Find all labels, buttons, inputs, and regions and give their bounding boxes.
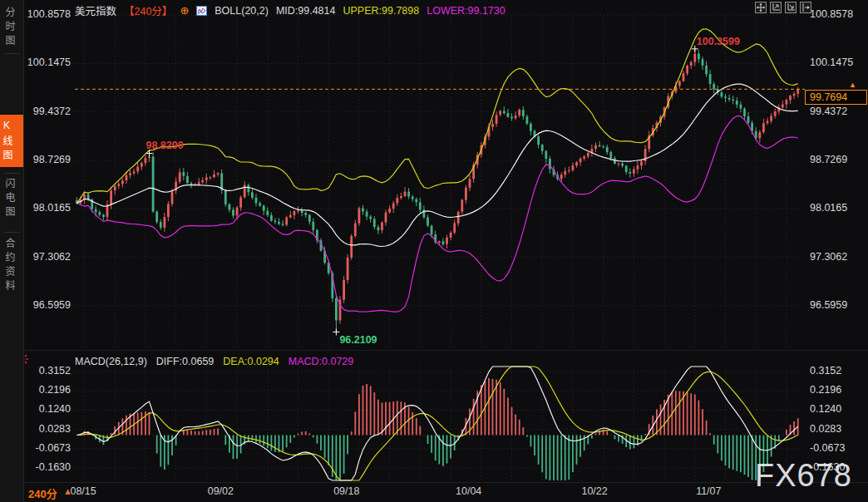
axis-zoom-in-button[interactable]: [770, 2, 782, 13]
period-selector[interactable]: 240分: [28, 485, 57, 501]
circle-plus-icon[interactable]: ⊕: [180, 5, 189, 16]
boll-mid-line: [76, 84, 797, 246]
sidebar-divider: [3, 173, 20, 174]
panel-divider: [23, 350, 868, 351]
trading-app-window: 100.8578100.8578100.1475100.147599.43729…: [0, 0, 868, 502]
period-label: 【240分】: [124, 2, 172, 18]
sidebar-divider: [3, 53, 20, 54]
boll-mid-value: MID:99.4814: [276, 5, 336, 17]
symbol-title: 美元指数: [75, 2, 116, 18]
crosshair-tool-button[interactable]: [755, 2, 767, 13]
kline-mini-icon: [196, 6, 207, 16]
boll-label: BOLL(20,2): [215, 5, 269, 17]
macd-diff-value: DIFF:0.0659: [156, 356, 214, 367]
price-marker-icon: ▲: [849, 81, 856, 89]
chart-header: 美元指数 【240分】 ⊕ BOLL(20,2) MID:99.4814 UPP…: [75, 2, 506, 18]
period-up-arrow-icon[interactable]: ▲: [63, 486, 72, 496]
diff-line: [76, 367, 797, 480]
sidebar-divider: [3, 232, 20, 233]
sidebar-item-timeshare[interactable]: 分时图: [2, 7, 21, 49]
boll-lower-value: LOWER:99.1730: [427, 5, 506, 17]
sidebar-item-kline[interactable]: K线图: [0, 115, 23, 167]
sidebar-item-contract-info[interactable]: 合约资料: [2, 238, 21, 294]
macd-label: MACD(26,12,9): [75, 356, 147, 367]
boll-upper-value: UPPER:99.7898: [343, 5, 419, 17]
macd-header: MACD(26,12,9) DIFF:0.0659 DEA:0.0294 MAC…: [75, 356, 353, 367]
pan-right-button[interactable]: [800, 2, 811, 13]
macd-macd-value: MACD:0.0729: [289, 356, 354, 367]
axis-zoom-out-button[interactable]: [785, 2, 796, 13]
macd-dea-value: DEA:0.0294: [223, 356, 279, 367]
sidebar: 分时图 K线图 闪电图 合约资料: [0, 0, 24, 502]
bottom-axis-bar: [23, 482, 868, 502]
dea-line: [76, 367, 797, 480]
sidebar-item-lightning[interactable]: 闪电图: [2, 178, 21, 220]
boll-upper-line: [76, 29, 797, 204]
last-price-tag: 99.7694: [805, 90, 867, 105]
watermark: FX678: [755, 458, 852, 494]
kline-chart-canvas[interactable]: [0, 0, 868, 502]
chart-toolbar: [755, 2, 811, 13]
